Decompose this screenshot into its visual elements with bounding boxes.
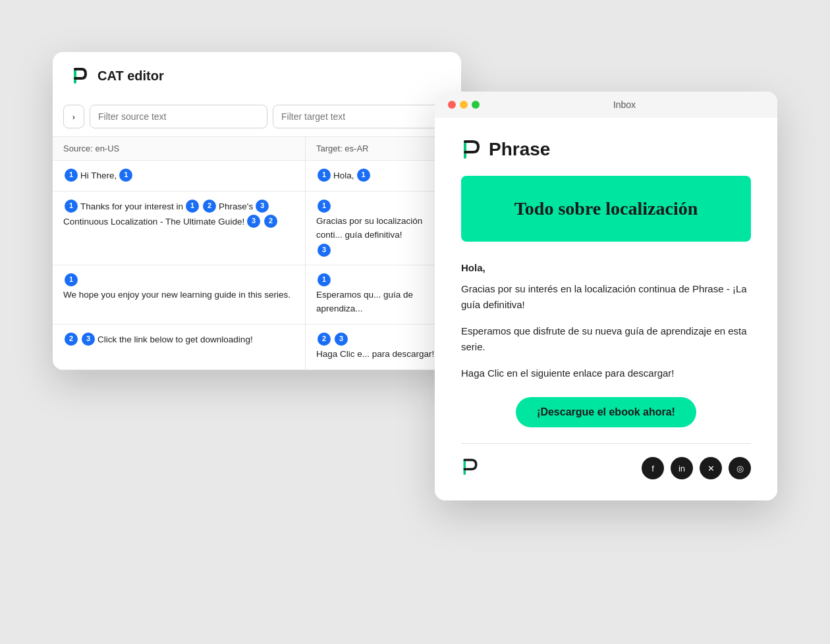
badge: 3 (256, 200, 269, 213)
filter-source-input[interactable] (90, 105, 267, 128)
greeting-text: Hola, (461, 260, 751, 276)
table-row: 2 3 Click the link below to get download… (53, 324, 461, 369)
inbox-body: Phrase Todo sobre localización Hola, Gra… (435, 118, 777, 500)
filter-target-input[interactable] (273, 105, 451, 128)
badge: 2 (318, 333, 331, 346)
filter-toggle-button[interactable]: › (63, 105, 84, 128)
inbox-titlebar: Inbox (435, 92, 777, 118)
table-row: 1 We hope you enjoy your new learning gu… (53, 265, 461, 324)
phrase-icon (461, 139, 482, 160)
footer-phrase-icon (461, 458, 480, 479)
cat-toolbar: › (53, 97, 461, 136)
badge: 3 (82, 333, 95, 346)
badge: 2 (264, 215, 277, 228)
badge: 1 (65, 200, 78, 213)
badge: 1 (119, 169, 132, 182)
badge: 1 (318, 200, 331, 213)
badge: 1 (357, 169, 370, 182)
inbox-divider (461, 443, 751, 444)
table-row: 1 Thanks for your interest in 1 2 Phrase… (53, 191, 461, 265)
traffic-lights (448, 101, 480, 109)
phrase-logo-icon (69, 65, 90, 86)
source-lang-header: Source: en-US (53, 137, 306, 161)
badge: 2 (203, 200, 216, 213)
table-row: 1 Hi There, 1 1 Hola, 1 (53, 161, 461, 192)
source-cell: 2 3 Click the link below to get download… (53, 324, 306, 369)
hero-banner: Todo sobre localización (461, 176, 751, 242)
badge: 2 (65, 333, 78, 346)
cta-button[interactable]: ¡Descargue el ebook ahora! (516, 397, 696, 427)
hero-title: Todo sobre localización (477, 197, 735, 221)
inbox-title: Inbox (485, 99, 764, 110)
badge: 3 (247, 215, 260, 228)
badge: 3 (318, 244, 331, 257)
source-cell: 1 We hope you enjoy your new learning gu… (53, 265, 306, 324)
translation-table: Source: en-US Target: es-AR 1 Hi There, … (53, 136, 461, 370)
cat-titlebar: CAT editor (53, 52, 461, 97)
phrase-brand-name: Phrase (489, 139, 550, 160)
body-line2: Esperamos que disfrute de su nueva guía … (461, 323, 751, 355)
social-icons: f in ✕ ◎ (642, 457, 751, 479)
inbox-text-body: Hola, Gracias por su interés en la local… (461, 260, 751, 381)
badge: 1 (318, 273, 331, 286)
badge: 1 (65, 169, 78, 182)
source-cell: 1 Hi There, 1 (53, 161, 306, 192)
maximize-button[interactable] (472, 101, 480, 109)
body-line3: Haga Clic en el siguiente enlace para de… (461, 365, 751, 381)
inbox-footer: f in ✕ ◎ (461, 457, 751, 479)
close-button[interactable] (448, 101, 456, 109)
cat-editor-title: CAT editor (97, 68, 164, 84)
body-line1: Gracias por su interés en la localizació… (461, 281, 751, 313)
badge: 1 (186, 200, 199, 213)
badge: 1 (318, 169, 331, 182)
minimize-button[interactable] (460, 101, 468, 109)
source-cell: 1 Thanks for your interest in 1 2 Phrase… (53, 191, 306, 265)
twitter-icon[interactable]: ✕ (700, 457, 722, 479)
badge: 1 (65, 273, 78, 286)
linkedin-icon[interactable]: in (671, 457, 693, 479)
cat-editor-window: CAT editor › Source: en-US Target: es-AR… (53, 52, 461, 370)
instagram-icon[interactable]: ◎ (729, 457, 751, 479)
inbox-window: Inbox Phrase Todo sobre localización Hol… (435, 92, 777, 500)
badge: 3 (335, 333, 348, 346)
facebook-icon[interactable]: f (642, 457, 664, 479)
inbox-phrase-logo: Phrase (461, 139, 751, 160)
